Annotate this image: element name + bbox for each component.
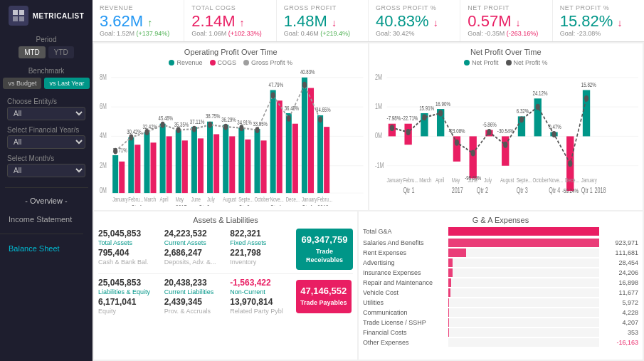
svg-text:January: January (581, 177, 596, 184)
operating-chart-title: Operating Profit Over Time (98, 48, 364, 56)
equity-label: Equity (98, 308, 160, 315)
kpi-cogs-value: 2.14M ↑ (191, 13, 268, 30)
svg-text:Qtr 1: Qtr 1 (302, 204, 313, 206)
svg-point-57 (129, 135, 133, 141)
svg-text:-5.86%: -5.86% (482, 121, 497, 128)
bench-lastyear-button[interactable]: vs Last Year (44, 78, 89, 89)
inventory-value: 221,798 (230, 248, 292, 258)
inventory-label: Inventory (230, 258, 292, 266)
logo-icon (9, 6, 28, 26)
kpi-revenue-goal: Goal: 1.52M (+137.94%) (100, 30, 176, 37)
legend-revenue: Revenue (169, 59, 202, 66)
svg-rect-48 (292, 124, 298, 193)
sidebar: METRICALIST Period MTD YTD Benchmark vs … (0, 0, 93, 361)
svg-text:July: July (207, 196, 215, 204)
prov-label: Prov. & Accruals (164, 308, 226, 315)
svg-text:Qtr 4: Qtr 4 (549, 187, 560, 195)
svg-text:Dece...: Dece... (565, 177, 579, 184)
svg-text:-59.24%: -59.24% (561, 187, 578, 194)
svg-text:January: January (112, 196, 128, 204)
kpi-net-profit: Net Profit 0.57M ↓ Goal: -0.35M (-263.16… (460, 0, 552, 41)
svg-text:2M: 2M (375, 73, 382, 82)
svg-text:Qtr 3: Qtr 3 (516, 187, 527, 195)
trade-receivables-card: 69,347,759Trade Receivables (296, 229, 353, 270)
bench-budget-button[interactable]: vs Budget (3, 78, 41, 89)
svg-rect-47 (286, 113, 292, 193)
svg-rect-0 (13, 10, 18, 15)
period-mtd-button[interactable]: MTD (19, 46, 46, 58)
svg-point-60 (176, 127, 181, 133)
ga-item-bar-wrap (448, 248, 599, 257)
svg-rect-29 (191, 127, 197, 193)
ga-item-value: 4,228 (599, 309, 638, 316)
ga-item-label: Financial Costs (363, 329, 448, 336)
svg-text:March: March (419, 177, 431, 184)
svg-text:2017: 2017 (451, 187, 463, 195)
ga-item-bar (448, 278, 451, 287)
fixed-assets-cell: 822,321 Fixed Assets (230, 229, 292, 246)
svg-text:Qtr 2: Qtr 2 (199, 204, 210, 206)
trade-payables-label: Trade Payables (300, 299, 347, 308)
ga-item-value: 111,681 (599, 249, 638, 256)
kpi-gp-goal: Goal: 0.46M (+219.4%) (284, 30, 361, 37)
svg-text:-22.71%: -22.71% (401, 115, 418, 122)
nav-balance[interactable]: Balance Sheet (0, 239, 93, 258)
ga-item-bar-wrap (448, 298, 599, 307)
related-party-label: Related Party Pybl (230, 308, 292, 315)
cash-cell: 795,404 Cash & Bank Bal. (98, 248, 160, 266)
ga-item-value: 353 (599, 329, 638, 336)
svg-text:40.83%: 40.83% (300, 69, 315, 76)
period-buttons: MTD YTD (19, 46, 74, 58)
net-profit-chart-panel: Net Profit Over Time Net Profit Net Prof… (369, 43, 643, 210)
ga-item-bar (448, 288, 450, 297)
svg-text:Febru...: Febru... (128, 196, 143, 204)
nav-overview[interactable]: - Overview - (0, 192, 93, 209)
svg-text:2018: 2018 (317, 204, 329, 206)
ga-item-bar (448, 239, 599, 247)
operating-chart-legend: Revenue COGS Gross Profit % (98, 59, 364, 66)
svg-point-126 (406, 129, 410, 135)
ga-item-row: Rent Expenses 111,681 (363, 248, 638, 257)
svg-point-137 (584, 95, 588, 102)
ga-item-bar-wrap (448, 288, 599, 297)
svg-text:-23.08%: -23.08% (448, 127, 465, 135)
period-ytd-button[interactable]: YTD (48, 46, 74, 58)
svg-rect-3 (19, 16, 24, 21)
sidebar-divider (5, 187, 88, 188)
net-profit-chart-svg: 2M 1M 0M -1M -7.98% -22.71% 15.91% 16.90… (374, 69, 639, 206)
benchmark-buttons: vs Budget vs Last Year (3, 78, 89, 89)
fixed-assets-label: Fixed Assets (230, 239, 292, 246)
svg-text:Qtr 1: Qtr 1 (403, 187, 414, 195)
svg-text:May: May (176, 196, 184, 204)
net-profit-chart-title: Net Profit Over Time (374, 48, 639, 56)
ga-item-row: Salaries And Benefits 923,971 (363, 239, 638, 247)
kpi-np-goal: Goal: -0.35M (-263.16%) (468, 30, 544, 37)
svg-text:2017: 2017 (176, 204, 187, 206)
logo-text: METRICALIST (33, 12, 85, 20)
svg-rect-44 (270, 90, 276, 194)
svg-point-133 (519, 117, 523, 123)
kpi-revenue-value: 3.62M ↑ (100, 13, 176, 30)
prov-value: 2,439,345 (164, 297, 226, 307)
legend-cogs: COGS (210, 59, 237, 66)
nav-income[interactable]: Income Statement (0, 209, 93, 229)
svg-text:24.12%: 24.12% (532, 90, 547, 97)
ga-item-row: Advertising 28,454 (363, 258, 638, 267)
trade-payables-highlight: 47,146,552Trade Payables (296, 280, 352, 313)
svg-text:Febru...: Febru... (317, 196, 332, 204)
non-current-label: Non-Current (230, 288, 292, 295)
entity-select[interactable]: All (7, 107, 85, 120)
deposits-value: 2,686,247 (164, 248, 226, 258)
period-label: Period (36, 36, 57, 43)
svg-text:15.91%: 15.91% (419, 105, 434, 112)
svg-point-67 (287, 115, 291, 122)
trade-receivables-highlight: 69,347,759Trade Receivables (296, 229, 353, 270)
svg-point-64 (239, 125, 243, 131)
svg-text:June: June (191, 196, 201, 204)
ga-item-bar-wrap (448, 308, 599, 317)
fy-select[interactable]: All (7, 135, 85, 149)
svg-text:8M: 8M (100, 73, 107, 82)
svg-text:March: March (144, 196, 156, 204)
svg-rect-36 (229, 137, 235, 194)
month-select[interactable]: All (7, 164, 85, 177)
